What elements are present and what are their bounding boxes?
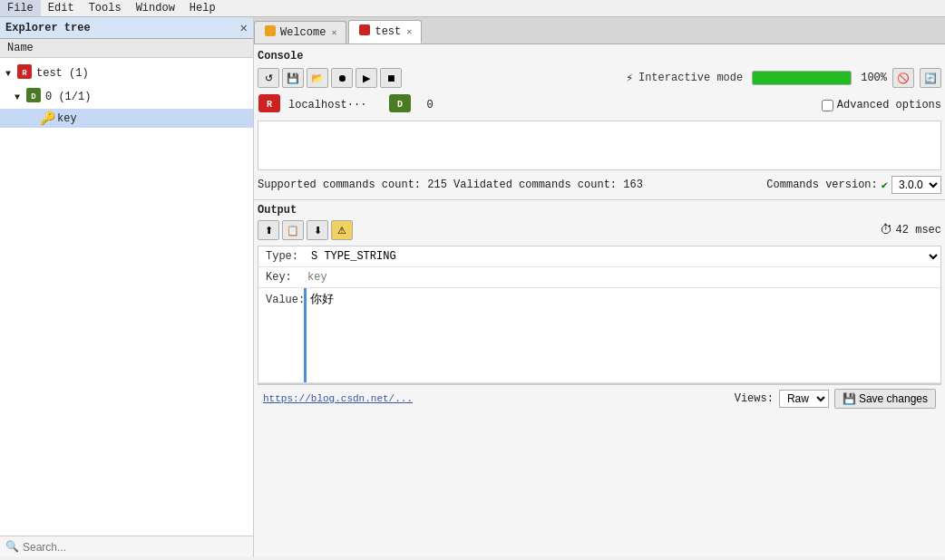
key-icon: 🔑 [40,111,55,126]
console-btn-clear[interactable]: 🚫 [892,68,914,88]
svg-rect-5 [359,24,370,35]
record-icon: ⏺ [337,72,347,83]
console-label: Console [258,48,941,64]
save-changes-icon: 💾 [843,392,856,405]
output-label: Output [258,204,941,217]
server-name: localhost··· [288,99,366,111]
tree-label-db0: 0 (1/1) [45,91,91,103]
time-label: 42 msec [896,224,941,237]
search-input[interactable] [23,541,204,554]
welcome-icon [264,24,277,41]
svg-rect-4 [265,25,276,36]
svg-text:R: R [22,69,27,78]
tab-test[interactable]: test ✕ [348,20,422,43]
kv-key-row: Key: [258,267,940,288]
lightning-icon: ⚡ [626,71,633,85]
type-select[interactable]: S TYPE_STRING [304,246,940,266]
sidebar-search-bar: 🔍 [0,536,253,557]
tab-test-label: test [375,25,401,38]
db-count: 0 [426,99,433,111]
output-btn-down[interactable]: ⬇ [307,220,328,240]
commands-version: Commands version: ✔ 3.0.0 [766,176,941,194]
tree-label-test: test (1) [36,67,89,80]
sidebar-tree: ▼ R test (1) ▼ D 0 (1/1) 🔑 key [0,58,253,536]
commands-version-select[interactable]: 3.0.0 [891,176,941,194]
sidebar-header: Explorer tree ✕ [0,17,253,39]
tab-welcome-label: Welcome [280,26,326,39]
save-icon: 💾 [287,72,299,84]
open-icon: 📂 [311,72,324,84]
key-label: Key: [258,267,304,287]
commands-info: Supported commands count: 215 Validated … [258,179,643,191]
menu-tools[interactable]: Tools [82,0,129,16]
tree-label-key: key [57,112,77,125]
console-btn-save[interactable]: 💾 [282,68,304,88]
tree-item-key[interactable]: 🔑 key [0,109,253,128]
svg-text:D: D [31,92,36,101]
value-textarea[interactable]: 你好 [307,288,940,379]
tab-welcome-close[interactable]: ✕ [331,27,336,38]
clear-icon: 🚫 [897,72,910,84]
down-icon: ⬇ [314,225,322,237]
menubar: File Edit Tools Window Help [0,0,945,17]
tree-toggle-db0[interactable]: ▼ [15,92,24,102]
search-icon: 🔍 [5,540,19,554]
console-btn-stop[interactable]: ⏹ [380,68,402,88]
value-textarea-wrap: 你好 [304,288,940,382]
advanced-options-checkbox[interactable] [822,100,833,111]
console-panel: Console ↺ 💾 📂 ⏺ ▶ ⏹ [254,44,945,200]
stop-icon: ⏹ [386,72,396,83]
progress-percent: 100% [861,72,887,84]
console-btn-refresh[interactable]: ↺ [258,68,279,88]
tab-welcome[interactable]: Welcome ✕ [254,21,346,43]
key-input[interactable] [304,268,940,286]
console-server-row: R localhost··· D 0 Advanced options [258,93,941,117]
menu-file[interactable]: File [0,0,41,16]
menu-edit[interactable]: Edit [41,0,82,16]
views-select[interactable]: Raw [779,390,829,408]
tree-toggle-test[interactable]: ▼ [5,69,15,79]
server-redis-icon: R [258,93,281,117]
run-icon: ▶ [363,72,370,84]
sidebar-title: Explorer tree [5,22,91,34]
tab-bar: Welcome ✕ test ✕ [254,17,945,44]
key-value-wrap [304,268,940,286]
progress-bar-container [752,71,852,85]
console-btn-reload[interactable]: 🔄 [920,68,941,88]
reload-icon: 🔄 [924,72,937,84]
warn-icon: ⚠ [337,225,346,237]
redis-icon: R [16,63,33,83]
output-btn-warn[interactable]: ⚠ [331,220,353,240]
views-row: https://blog.csdn.net/... Views: Raw 💾 S… [258,384,941,412]
db-icon: D [25,87,42,107]
console-input-area[interactable] [258,121,941,170]
console-btn-open[interactable]: 📂 [307,68,328,88]
menu-window[interactable]: Window [129,0,182,16]
svg-text:R: R [267,100,272,110]
console-btn-run[interactable]: ▶ [356,68,377,88]
value-label: Value: [258,288,304,310]
commands-version-label: Commands version: [766,179,877,191]
output-btn-export[interactable]: ⬆ [258,220,279,240]
output-btn-copy[interactable]: 📋 [282,220,304,240]
output-toolbar: ⬆ 📋 ⬇ ⚠ ⏱ 42 msec [258,220,941,240]
console-btn-record[interactable]: ⏺ [331,68,353,88]
views-label: Views: [735,392,774,405]
save-changes-button[interactable]: 💾 Save changes [834,389,936,409]
sidebar-close-btn[interactable]: ✕ [240,20,248,35]
db-icon-server: D [388,93,412,117]
advanced-options-label: Advanced options [837,99,941,111]
interactive-mode-label: Interactive mode [638,72,743,84]
tree-item-db0[interactable]: ▼ D 0 (1/1) [0,85,253,109]
type-value-wrap: S TYPE_STRING [304,246,940,266]
test-tab-icon [358,24,371,40]
sidebar-column-header: Name [0,39,253,58]
tree-item-test[interactable]: ▼ R test (1) [0,62,253,85]
output-panel: Output ⬆ 📋 ⬇ ⚠ ⏱ 42 msec [254,200,945,557]
type-label: Type: [258,246,304,266]
right-panel: Welcome ✕ test ✕ Console ↺ 💾 [254,17,945,557]
kv-form: Type: S TYPE_STRING Key: Val [258,246,941,384]
menu-help[interactable]: Help [182,0,223,16]
refresh-icon: ↺ [265,72,273,84]
tab-test-close[interactable]: ✕ [406,26,412,37]
